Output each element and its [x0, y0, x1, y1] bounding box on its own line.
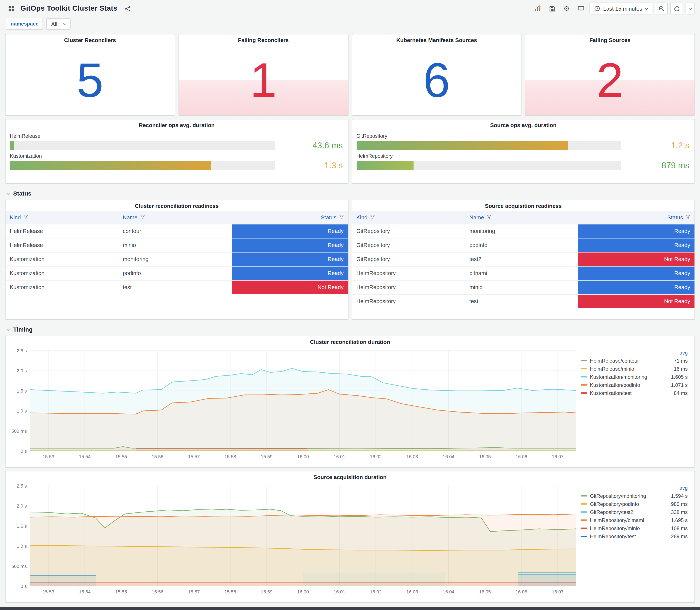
time-range-picker[interactable]: Last 15 minutes	[589, 2, 652, 14]
gauge-value: 1.3 s	[280, 161, 344, 171]
chevron-down-icon	[688, 6, 692, 10]
column-header-status[interactable]: Status	[578, 211, 695, 224]
panel-title[interactable]: Source ops avg. duration	[356, 119, 690, 130]
time-series-plot[interactable]: 15:5315:5415:5515:5615:5715:5815:5916:00…	[9, 347, 579, 465]
stat-panels-row: Cluster Reconcilers5Failing Reconcilers1…	[5, 34, 695, 116]
panel-title[interactable]: Source acquisition readiness	[352, 200, 695, 211]
add-panel-icon[interactable]	[532, 2, 543, 14]
refresh-button[interactable]	[670, 2, 683, 14]
section-row-status-label: Status	[13, 190, 31, 197]
panel-title[interactable]: Reconciler ops avg. duration	[10, 119, 344, 130]
panel-title[interactable]: Cluster reconciliation readiness	[5, 200, 348, 211]
legend-item-gitrepository-test2[interactable]: GitRepository/test2338 ms	[581, 508, 688, 516]
cell-kind: HelmRelease	[5, 224, 118, 238]
legend-item-kustomization-monitoring[interactable]: Kustomization/monitoring1.605 s	[581, 373, 688, 381]
legend-avg-header[interactable]: avg	[581, 484, 688, 492]
legend-series-swatch	[581, 384, 587, 386]
readiness-table: KindNameStatusGitRepositorymonitoringRea…	[352, 211, 695, 308]
gauge-row-helmrepository: HelmRepository879 ms	[356, 153, 690, 171]
column-header-name[interactable]: Name	[465, 211, 578, 224]
legend-item-helmrepository-test[interactable]: HelmRepository/test289 ms	[581, 532, 688, 540]
panel-title[interactable]: Cluster Reconcilers	[5, 34, 175, 46]
cell-status: Ready	[231, 266, 348, 280]
legend-series-avg: 84 ms	[674, 390, 688, 396]
time-series-canvas[interactable]: 15:5315:5415:5515:5615:5715:5815:5916:00…	[9, 482, 579, 598]
x-tick-label: 16:05	[479, 454, 491, 459]
stat-panel-failing-reconcilers: Failing Reconcilers1	[179, 34, 348, 116]
gauge-line: 1.3 s	[10, 161, 344, 171]
legend-item-gitrepository-monitoring[interactable]: GitRepository/monitoring1.594 s	[581, 492, 688, 500]
chart-body: 15:5315:5415:5515:5615:5715:5815:5916:00…	[5, 482, 695, 603]
legend-item-helmrepository-bitnami[interactable]: HelmRepository/bitnami1.695 s	[581, 516, 688, 524]
legend-item-kustomization-test[interactable]: Kustomization/test84 ms	[581, 389, 688, 397]
filter-funnel-icon[interactable]	[686, 214, 690, 221]
legend-series-avg: 71 ms	[674, 358, 688, 364]
y-tick-label: 2.0 s	[17, 368, 27, 373]
time-series-plot[interactable]: 15:5315:5415:5515:5615:5715:5815:5916:00…	[9, 482, 579, 600]
variable-namespace-value: All	[51, 21, 58, 27]
save-dashboard-icon[interactable]	[546, 2, 558, 14]
legend-series-swatch	[581, 495, 587, 497]
dashboards-grid-icon[interactable]	[5, 2, 17, 14]
cell-status: Ready	[231, 252, 348, 266]
column-header-kind[interactable]: Kind	[5, 211, 118, 224]
legend-item-kustomization-podinfo[interactable]: Kustomization/podinfo1.071 s	[581, 381, 688, 389]
share-dashboard-icon[interactable]	[121, 2, 133, 14]
panel-title[interactable]: Cluster reconciliation duration	[5, 336, 695, 347]
panel-title[interactable]: Source acquisition duration	[5, 471, 695, 482]
panel-title[interactable]: Kubernetes Manifests Sources	[352, 34, 521, 46]
zoom-out-button[interactable]	[655, 2, 668, 14]
dashboard-header: GitOps Toolkit Cluster Stats Last 15 min	[0, 0, 700, 17]
table-panels-row: Cluster reconciliation readinessKindName…	[5, 200, 695, 320]
section-row-timing[interactable]: Timing	[5, 323, 695, 336]
cell-name: test	[465, 294, 578, 308]
legend-avg-header[interactable]: avg	[581, 349, 688, 357]
tv-mode-icon[interactable]	[575, 2, 587, 14]
x-tick-label: 16:04	[443, 589, 454, 594]
time-range-label: Last 15 minutes	[603, 5, 642, 12]
table-row: HelmRepositoryminioReady	[352, 280, 695, 294]
refresh-interval-dropdown[interactable]	[686, 2, 695, 14]
panel-title[interactable]: Failing Sources	[525, 34, 695, 46]
x-tick-label: 15:58	[224, 589, 236, 594]
time-series-canvas[interactable]: 15:5315:5415:5515:5615:5715:5815:5916:00…	[9, 347, 579, 463]
series-area-helmrepository-test	[518, 574, 576, 586]
legend-series-avg: 1.605 s	[671, 374, 688, 380]
column-header-kind[interactable]: Kind	[352, 211, 465, 224]
gauge-label: HelmRepository	[356, 153, 690, 159]
variable-namespace-select[interactable]: All	[47, 18, 70, 30]
horizontal-scrollbar[interactable]	[0, 607, 700, 610]
x-tick-label: 16:01	[333, 454, 345, 459]
filter-funnel-icon[interactable]	[23, 214, 28, 221]
gauge-label: HelmRelease	[10, 133, 344, 139]
column-header-label: Kind	[10, 214, 21, 221]
cell-name: monitoring	[465, 224, 578, 238]
filter-funnel-icon[interactable]	[339, 214, 344, 221]
column-header-name[interactable]: Name	[118, 211, 232, 224]
x-tick-label: 15:57	[188, 589, 200, 594]
x-tick-label: 16:04	[443, 454, 454, 459]
legend-item-helmrelease-contour[interactable]: HelmRelease/contour71 ms	[581, 357, 688, 365]
panel-title[interactable]: Failing Reconcilers	[179, 34, 348, 46]
legend-series-swatch	[581, 368, 587, 369]
legend-series-name: HelmRelease/contour	[590, 358, 671, 364]
filter-funnel-icon[interactable]	[487, 214, 491, 221]
cell-name: test	[118, 280, 232, 294]
column-header-label: Kind	[356, 214, 368, 221]
gauge-bar-fill	[10, 141, 14, 150]
legend-item-helmrelease-minio[interactable]: HelmRelease/minio16 ms	[581, 365, 688, 373]
cell-kind: GitRepository	[352, 238, 465, 252]
legend-series-name: HelmRepository/bitnami	[590, 517, 668, 523]
column-header-status[interactable]: Status	[231, 211, 348, 224]
dashboard-settings-icon[interactable]	[560, 2, 572, 14]
legend-item-helmrepository-minio[interactable]: HelmRepository/minio108 ms	[581, 524, 688, 532]
section-row-status[interactable]: Status	[5, 187, 695, 200]
y-tick-label: 500 ms	[12, 429, 27, 434]
cell-kind: Kustomization	[5, 266, 118, 280]
legend-series-name: GitRepository/podinfo	[590, 501, 668, 507]
filter-funnel-icon[interactable]	[370, 214, 375, 221]
x-tick-label: 16:02	[370, 589, 382, 594]
legend-item-gitrepository-podinfo[interactable]: GitRepository/podinfo980 ms	[581, 500, 688, 508]
filter-funnel-icon[interactable]	[140, 214, 145, 221]
cell-name: test2	[465, 252, 578, 266]
